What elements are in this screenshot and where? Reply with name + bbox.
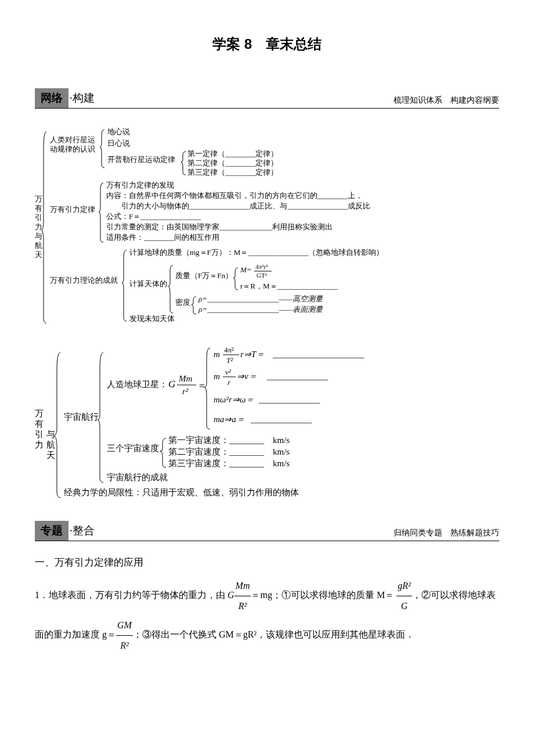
- math-text: Mm: [178, 374, 192, 383]
- math-text: r⇒T＝: [240, 350, 265, 359]
- math-text: G: [168, 379, 175, 390]
- section-banner-network: 网络·构建 梳理知识体系 构建内容纲要: [35, 88, 499, 109]
- tree-branch: 万有引力理论的成就: [50, 276, 118, 285]
- tree-leaf: 日心说: [107, 139, 130, 147]
- tree-root-label: 万有引力与航天: [35, 195, 42, 259]
- tree-leaf: 经典力学的局限性：只适用于宏观、低速、弱引力作用的物体: [64, 488, 299, 497]
- blank-line: ______________: [250, 415, 312, 424]
- tree-leaf: 第二定律（________定律）: [187, 159, 278, 167]
- tree-leaf: 开普勒行星运动定律: [107, 155, 175, 164]
- blank-line: ______________: [258, 395, 320, 404]
- numerator: gR²: [396, 576, 412, 596]
- fraction: GMR²: [116, 615, 133, 655]
- text: 1．地球表面，万有引力约等于物体的重力，由: [35, 590, 228, 600]
- tree-leaf: 万有引力定律的发现: [106, 181, 174, 189]
- math-text: T²: [226, 356, 233, 365]
- tree-leaf: 内容：自然界中任何两个物体都相互吸引，引力的方向在它们的________上，: [106, 191, 363, 200]
- tree-leaf: 质量（F万＝Fn）: [175, 271, 233, 280]
- math-text: G: [228, 590, 234, 600]
- numerator: GM: [116, 615, 133, 636]
- body-paragraph: 1．地球表面，万有引力约等于物体的重力，由 GMmR²＝mg；①可以求得地球的质…: [35, 576, 499, 655]
- fraction: gR²G: [396, 576, 412, 615]
- tree-leaf: 第三定律（________定律）: [187, 168, 278, 177]
- banner-tag: 专题: [35, 521, 68, 541]
- math-text: ＝: [197, 380, 207, 390]
- tree-leaf: 密度: [175, 298, 190, 307]
- tree-leaf: ρ=___________________——表面测量: [198, 305, 324, 314]
- tree-branch: 人类对行星运动规律的认识: [50, 135, 95, 153]
- text: ＝mg；①可以求得地球的质量 M＝: [251, 590, 394, 600]
- page-title: 学案 8 章末总结: [35, 35, 499, 53]
- blank-line: ______________: [266, 372, 329, 381]
- tree-leaf: 第三宇宙速度：________ km/s: [168, 459, 290, 468]
- denominator: R²: [234, 596, 251, 616]
- math-text: 4π²: [224, 345, 234, 354]
- tree-leaf: 计算地球的质量（mg＝F万）：M＝________________（忽略地球自转…: [129, 248, 384, 257]
- banner-label: ·构建: [68, 92, 95, 104]
- tree-leaf: 4π²r³: [255, 263, 268, 270]
- tree-leaf: 引力的大小与物体的________________成正比、与__________…: [106, 201, 370, 210]
- tree-leaf: 适用条件：________间的相互作用: [106, 233, 219, 242]
- tree-leaf: 宇宙航行的成就: [107, 473, 168, 482]
- tree-leaf: 引力常量的测定：由英国物理学家______________利用扭称实验测出: [106, 222, 333, 231]
- concept-tree-1: 万有引力与航天 人类对行星运动规律的认识 地心说 日心说 开普勒行星运动定律 第…: [35, 126, 499, 323]
- concept-tree-2: 万有引力 与航天 宇宙航行 人造地球卫星： G Mm r² ＝ m 4π² T²…: [35, 341, 499, 503]
- fraction: MmR²: [234, 576, 251, 615]
- math-text: ⇒v＝: [237, 372, 257, 381]
- banner-sub: 梳理知识体系 构建内容纲要: [394, 95, 499, 108]
- tree-leaf: 三个宇宙速度: [107, 444, 159, 453]
- tree-leaf: r＝R，M＝________________: [240, 282, 338, 290]
- tree-root-label: 万有引力: [35, 409, 44, 449]
- denominator: R²: [116, 636, 133, 656]
- math-text: v²: [225, 368, 232, 376]
- math-text: ma⇒a＝: [214, 415, 245, 424]
- tree-leaf: 计算天体的: [129, 279, 167, 288]
- numerator: Mm: [234, 576, 251, 596]
- blank-line: _____________________: [272, 350, 365, 359]
- math-text: r²: [182, 387, 189, 396]
- banner-tag: 网络: [35, 88, 68, 108]
- tree-leaf: GT²: [257, 272, 268, 279]
- tree-root-label: 与航天: [46, 430, 55, 460]
- section-banner-topic: 专题·整合 归纳同类专题 熟练解题技巧: [35, 521, 499, 541]
- tree-leaf: 第一定律（________定律）: [187, 149, 278, 158]
- tree-leaf: ρ=___________________——高空测量: [198, 294, 324, 303]
- tree-leaf: 人造地球卫星：: [107, 380, 168, 389]
- section-heading: 一、万有引力定律的应用: [35, 556, 499, 569]
- tree-leaf: M=: [240, 265, 252, 274]
- tree-branch: 万有引力定律: [50, 205, 95, 214]
- tree-branch: 宇宙航行: [64, 412, 99, 422]
- math-text: m: [214, 372, 220, 381]
- text: ；③得出一个代换式 GM＝gR²，该规律也可以应用到其他星球表面．: [133, 629, 414, 639]
- math-text: m: [214, 350, 220, 359]
- banner-sub: 归纳同类专题 熟练解题技巧: [394, 528, 499, 541]
- banner-label: ·整合: [68, 524, 95, 537]
- math-text: r: [228, 378, 231, 387]
- tree-leaf: 第一宇宙速度：________ km/s: [168, 435, 290, 445]
- math-text: mω²r⇒ω＝: [214, 395, 254, 404]
- tree-leaf: 地心说: [107, 127, 130, 136]
- tree-leaf: 公式：F＝________________: [106, 212, 201, 221]
- tree-leaf: 发现未知天体: [129, 314, 175, 323]
- tree-leaf: 第二宇宙速度：________ km/s: [168, 447, 290, 456]
- denominator: G: [396, 596, 412, 616]
